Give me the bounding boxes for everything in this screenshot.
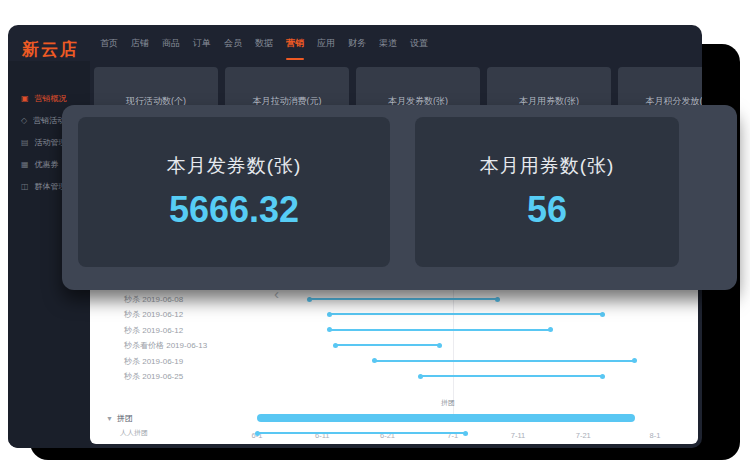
bar-start-dot	[327, 312, 332, 317]
bar-start-dot	[307, 297, 312, 302]
nav-item-5[interactable]: 会员	[224, 37, 242, 50]
kpi-card-title: 本月用券数(张)	[480, 153, 615, 179]
bar-start-dot	[327, 327, 332, 332]
bar-hover-label: 拼团	[441, 398, 455, 408]
nav-item-1[interactable]: 首页	[100, 37, 118, 50]
sidebar-item-label: 优惠券	[35, 159, 59, 170]
chart-range-bar[interactable]	[309, 298, 498, 300]
nav-item-3[interactable]: 商品	[162, 37, 180, 50]
bar-end-dot	[600, 312, 605, 317]
gridline-7-1	[453, 286, 454, 414]
section-label-text: 拼团	[117, 413, 133, 424]
chart-row-label: 秒杀 2019-06-19	[124, 355, 183, 366]
nav-item-7[interactable]: 营销	[286, 37, 304, 50]
sidebar-item-label: 营销活动	[33, 115, 65, 126]
chart-range-bar[interactable]	[329, 313, 603, 315]
chart-panel: ‹ 拼团 秒杀 2019-06-08秒杀 2019-06-12秒杀 2019-0…	[90, 272, 698, 444]
x-axis-tick: 8-1	[650, 431, 661, 440]
chart-row-label: 秒杀 2019-06-12	[124, 309, 183, 320]
nav-item-11[interactable]: 设置	[410, 37, 428, 50]
sub-row-range-bar[interactable]	[257, 432, 466, 434]
chart-row-label: 秒杀 2019-06-25	[124, 371, 183, 382]
nav-item-8[interactable]: 应用	[317, 37, 335, 50]
nav-item-9[interactable]: 财务	[348, 37, 366, 50]
chart-row-label: 秒杀 2019-06-12	[124, 324, 183, 335]
collapse-caret-icon[interactable]: ▼	[106, 415, 113, 422]
marketing-overview-icon: ▣	[21, 94, 29, 103]
bar-end-dot	[495, 297, 500, 302]
bar-start-dot	[418, 374, 423, 379]
nav-item-6[interactable]: 数据	[255, 37, 273, 50]
sidebar-item-1[interactable]: ▣营销概况	[21, 92, 67, 104]
sidebar-item-5[interactable]: ◫群体管理	[21, 180, 67, 192]
bar-start-dot	[255, 431, 260, 436]
nav-item-2[interactable]: 店铺	[131, 37, 149, 50]
brand-logo: 新云店	[22, 38, 79, 61]
bar-end-dot	[463, 431, 468, 436]
sidebar-item-3[interactable]: ▤活动管理	[21, 136, 67, 148]
x-axis-tick: 7-21	[576, 431, 591, 440]
marketing-activity-icon: ◇	[21, 116, 27, 125]
x-axis-tick: 7-11	[511, 431, 525, 440]
sidebar-item-2[interactable]: ◇营销活动	[21, 114, 65, 126]
kpi-overlay-panel: 本月发券数(张)5666.32本月用券数(张)56	[62, 105, 737, 290]
chart-range-bar[interactable]	[329, 329, 551, 331]
sidebar-item-4[interactable]: ▦优惠券	[21, 158, 59, 170]
chart-range-bar[interactable]	[335, 344, 439, 346]
kpi-card-1: 本月发券数(张)5666.32	[78, 117, 390, 267]
section-label-pintuan[interactable]: ▼拼团	[106, 413, 133, 424]
top-nav: 首页店铺商品订单会员数据营销应用财务渠道设置	[100, 25, 428, 61]
kpi-card-value: 56	[527, 189, 567, 231]
bar-start-dot	[333, 343, 338, 348]
activity-management-icon: ▤	[21, 138, 29, 147]
bar-end-dot	[437, 343, 442, 348]
chart-row-label: 秒杀 2019-06-08	[124, 294, 183, 305]
bar-end-dot	[632, 358, 637, 363]
kpi-card-value: 5666.32	[169, 189, 299, 231]
section-summary-bar[interactable]	[257, 414, 635, 422]
sub-row-label: 人人拼团	[120, 428, 148, 438]
sidebar-item-label: 营销概况	[35, 93, 67, 104]
chart-range-bar[interactable]	[420, 375, 603, 377]
kpi-card-title: 本月发券数(张)	[167, 153, 302, 179]
bar-end-dot	[548, 327, 553, 332]
coupon-icon: ▦	[21, 160, 29, 169]
chart-range-bar[interactable]	[374, 360, 635, 362]
bar-start-dot	[372, 358, 377, 363]
chart-row-label: 秒杀看价格 2019-06-13	[124, 340, 207, 351]
group-management-icon: ◫	[21, 182, 29, 191]
nav-item-4[interactable]: 订单	[193, 37, 211, 50]
kpi-card-2: 本月用券数(张)56	[415, 117, 679, 267]
nav-item-10[interactable]: 渠道	[379, 37, 397, 50]
bar-end-dot	[600, 374, 605, 379]
